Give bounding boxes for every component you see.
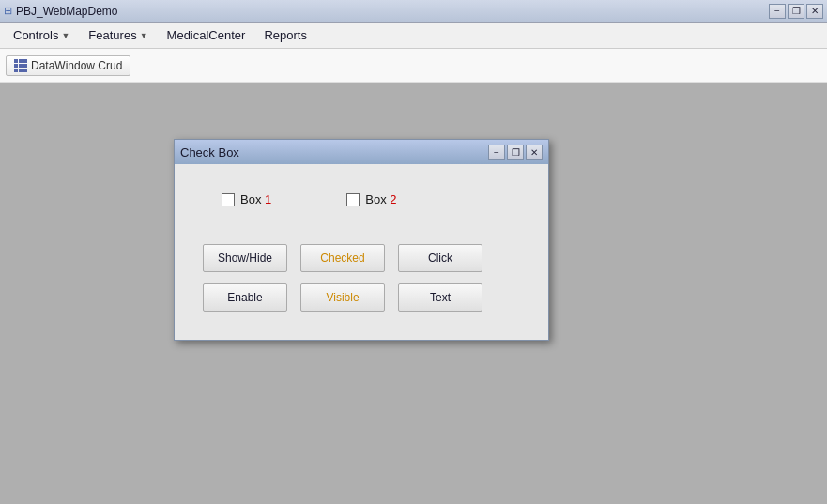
button-row-1: Show/Hide Checked Click [203,244,529,272]
checkbox1-num: 1 [265,192,271,206]
checkbox1-label: Box 1 [240,192,271,206]
modal-minimize-button[interactable]: − [488,145,505,160]
menu-controls-label: Controls [13,28,58,42]
modal-title-controls: − ❒ ✕ [488,145,543,160]
menu-reports-label: Reports [264,28,307,42]
click-button[interactable]: Click [398,244,482,272]
checkbox2-item: Box 2 [346,192,396,206]
restore-button[interactable]: ❒ [788,4,804,19]
features-arrow-icon: ▼ [140,31,148,40]
modal-close-button[interactable]: ✕ [526,145,543,160]
datawindow-crud-label: DataWindow Crud [31,59,122,72]
modal-body: Box 1 Box 2 Show/Hide Checked Click [175,164,548,340]
checkbox-row: Box 1 Box 2 [193,192,529,206]
modal-checkbox: Check Box − ❒ ✕ Box 1 Box [174,139,549,341]
show-hide-button[interactable]: Show/Hide [203,244,287,272]
checkbox2[interactable] [346,193,360,206]
title-bar: ⊞ PBJ_WebMapDemo − ❒ ✕ [0,0,827,23]
menu-item-medicalcenter[interactable]: MedicalCenter [158,24,255,46]
modal-title-bar: Check Box − ❒ ✕ [175,140,548,164]
modal-restore-button[interactable]: ❒ [507,145,524,160]
title-bar-left: ⊞ PBJ_WebMapDemo [4,5,118,18]
checkbox2-label: Box 2 [365,192,396,206]
checkbox1-item: Box 1 [222,192,271,206]
minimize-button[interactable]: − [769,4,786,19]
button-rows: Show/Hide Checked Click Enable Visible T… [193,244,529,312]
modal-title: Check Box [180,145,239,160]
checkbox1[interactable] [222,193,235,206]
toolbar: DataWindow Crud [0,49,827,83]
close-button[interactable]: ✕ [806,4,823,19]
checked-button[interactable]: Checked [300,244,385,272]
menu-bar: Controls ▼ Features ▼ MedicalCenter Repo… [0,23,827,49]
main-content: Check Box − ❒ ✕ Box 1 Box [0,83,827,504]
controls-arrow-icon: ▼ [61,31,69,40]
visible-button[interactable]: Visible [300,283,385,312]
datawindow-crud-button[interactable]: DataWindow Crud [6,55,130,76]
menu-item-controls[interactable]: Controls ▼ [4,24,79,46]
checkbox2-num: 2 [390,192,396,206]
menu-medicalcenter-label: MedicalCenter [167,28,246,42]
app-title: PBJ_WebMapDemo [16,5,118,18]
menu-features-label: Features [88,28,136,42]
app-icon: ⊞ [4,5,12,17]
title-bar-controls: − ❒ ✕ [769,4,823,19]
button-row-2: Enable Visible Text [203,283,529,312]
text-button[interactable]: Text [398,283,482,312]
menu-item-reports[interactable]: Reports [254,24,316,46]
enable-button[interactable]: Enable [203,283,287,312]
menu-item-features[interactable]: Features ▼ [79,24,157,46]
grid-icon [14,59,27,72]
